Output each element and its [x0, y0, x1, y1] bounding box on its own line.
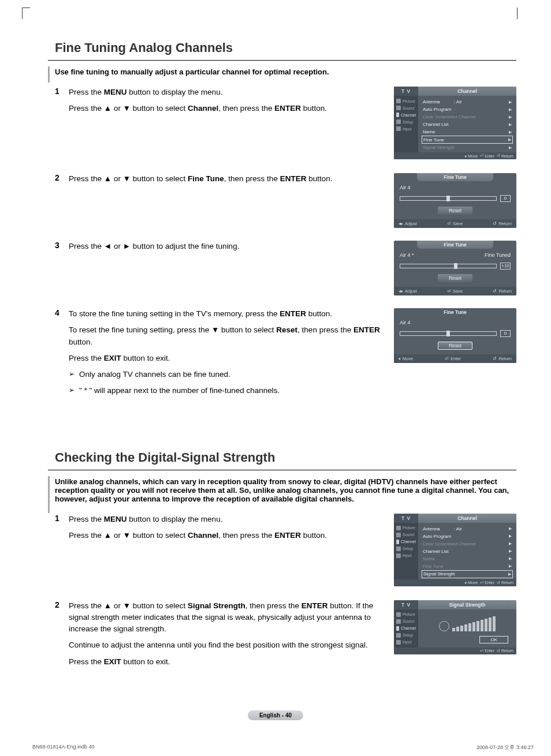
osd-side-icon — [396, 113, 399, 117]
step-text: Press the MENU button to display the men… — [69, 514, 386, 525]
osd-tv-tab: T V — [394, 87, 418, 96]
osd-hint-save: ⏎ Save — [447, 221, 463, 226]
osd-hint-return: ↺ Return — [493, 221, 512, 226]
osd-item-label: Clear Scrambled Channel — [423, 114, 476, 119]
osd-side-icon — [396, 612, 401, 617]
osd-side-label: Input — [403, 640, 412, 644]
osd-header: T V Signal Strength — [394, 600, 516, 609]
osd-menu-item: Antenna: Air▶ — [422, 525, 513, 533]
osd-hint-adjust: ◂▸ Adjust — [399, 221, 417, 226]
step-row: 2 Press the ▲ or ▼ button to select Fine… — [55, 173, 516, 233]
slider-value: +10 — [500, 263, 511, 270]
step-row: 2 Press the ▲ or ▼ button to select Sign… — [55, 600, 516, 672]
step-text: Press the ▲ or ▼ button to select Signal… — [69, 600, 386, 635]
osd-channel-menu: T V Channel PictureSoundChannelSetupInpu… — [394, 87, 516, 159]
chevron-right-icon: ▶ — [509, 107, 512, 112]
osd-side-label: Picture — [403, 526, 415, 530]
osd-item-label: Name — [423, 556, 435, 562]
osd-item-label: Auto Program — [423, 534, 451, 539]
osd-finetune: Fine Tune Air 4 0 Reset ◂▸ Adjust ⏎ Save… — [394, 173, 516, 228]
osd-side-label: Channel — [401, 626, 416, 630]
osd-reset-button: Reset — [438, 274, 472, 282]
osd-menu-item: Auto Program▶ — [422, 533, 513, 540]
osd-finetune: Fine Tune Air 4 *Fine Tuned +10 Reset ◂▸… — [394, 241, 516, 295]
osd-side-label: Input — [403, 127, 412, 131]
osd-side-setup: Setup — [394, 632, 418, 639]
step-row: 4 To store the fine tuning setting in th… — [55, 308, 516, 402]
osd-slider: 0 — [400, 330, 511, 337]
osd-hint-enter: ⏎Enter — [480, 154, 494, 158]
osd-side-picture: Picture — [394, 98, 418, 104]
step-text: Press the ▲ or ▼ button to select Channe… — [69, 103, 386, 114]
steps-list: 1 Press the MENU button to display the m… — [55, 514, 516, 672]
intro-text: Unlike analog channels, which can vary i… — [55, 477, 509, 503]
slider-track — [400, 264, 497, 268]
osd-side-channel: Channel — [394, 625, 418, 632]
osd-side-icon — [396, 106, 401, 110]
step-row: 1 Press the MENU button to display the m… — [55, 87, 516, 165]
osd-hint-return: ↺ Return — [493, 289, 512, 294]
step-text: Press the ◄ or ► button to adjust the fi… — [69, 241, 386, 252]
slider-track — [400, 331, 497, 336]
osd-menu-item: Clear Scrambled Channel▶ — [422, 540, 513, 548]
osd-header: T V Channel — [394, 87, 516, 96]
osd-channel-label: Air 4 — [400, 185, 511, 190]
osd-ok-button: OK — [479, 636, 508, 643]
chevron-right-icon: ▶ — [509, 549, 512, 553]
updown-icon: ♦ — [465, 154, 467, 158]
osd-main: Antenna: Air▶Auto Program▶Clear Scramble… — [418, 523, 516, 579]
crop-mark — [509, 8, 518, 19]
osd-channel-menu: T V Channel PictureSoundChannelSetupInpu… — [394, 514, 516, 586]
osd-menu-item: Channel List▶ — [422, 548, 513, 555]
print-meta: BN68-01814A-Eng.indb 40 2008-07-28 오후 3:… — [32, 744, 534, 751]
signal-bar — [489, 617, 492, 631]
osd-title: Signal Strength — [418, 600, 516, 609]
step-number: 4 — [55, 308, 69, 317]
osd-footer: ♦Move ⏎Enter ↺Return — [394, 579, 516, 586]
osd-column: Fine Tune Air 4 0 Reset ♦ Move ⏎ Enter ↺… — [394, 308, 516, 368]
crop-mark — [22, 8, 30, 19]
return-icon: ↺ — [493, 289, 497, 294]
divider — [48, 470, 516, 470]
chevron-right-icon: ▶ — [509, 100, 512, 104]
chevron-right-icon: ▶ — [509, 534, 512, 538]
osd-side-label: Input — [403, 553, 412, 557]
osd-side-icon — [396, 547, 401, 551]
osd-item-label: Channel List — [423, 549, 448, 554]
osd-hint-return: ↺Return — [497, 154, 513, 158]
slider-value: 0 — [500, 330, 511, 337]
osd-channel-label: Air 4 — [400, 320, 511, 325]
osd-footer: ◂▸ Adjust ⏎ Save ↺ Return — [394, 219, 516, 228]
enter-icon: ⏎ — [480, 649, 483, 653]
print-file: BN68-01814A-Eng.indb 40 — [32, 744, 95, 751]
osd-item-label: Signal Strength — [423, 571, 455, 577]
step-number: 3 — [55, 241, 69, 250]
osd-hint-enter: ⏎ Enter — [445, 356, 461, 361]
osd-side-label: Channel — [401, 540, 416, 544]
return-icon: ↺ — [493, 356, 497, 361]
osd-side-icon — [396, 540, 399, 544]
osd-side-icon — [396, 119, 401, 124]
step-text: Continue to adjust the antenna until you… — [69, 639, 386, 651]
step-number: 1 — [55, 87, 69, 96]
step-body: Press the ▲ or ▼ button to select Signal… — [69, 600, 394, 672]
osd-side-icon — [396, 640, 401, 645]
step-body: Press the ◄ or ► button to adjust the fi… — [69, 241, 394, 257]
steps-list: 1 Press the MENU button to display the m… — [55, 87, 516, 402]
updown-icon: ♦ — [465, 581, 467, 585]
antenna-icon — [439, 621, 449, 631]
osd-title: Fine Tune — [417, 308, 493, 316]
step-text: To store the fine tuning setting in the … — [69, 308, 386, 320]
osd-column: T V Channel PictureSoundChannelSetupInpu… — [394, 514, 516, 592]
enter-icon: ⏎ — [447, 221, 451, 226]
osd-hint-save: ⏎ Save — [447, 289, 463, 294]
section-title: Checking the Digital-Signal Strength — [55, 450, 516, 467]
section-intro: Unlike analog channels, which can vary i… — [55, 477, 516, 503]
osd-item-label: Fine Tune — [423, 137, 444, 143]
return-icon: ↺ — [497, 649, 500, 653]
osd-side-label: Setup — [403, 120, 413, 124]
osd-side-label: Channel — [401, 113, 416, 117]
osd-column: T V Signal Strength PictureSoundChannelS… — [394, 600, 516, 660]
osd-menu-item: Channel List▶ — [422, 121, 513, 128]
osd-side-label: Setup — [403, 633, 413, 637]
